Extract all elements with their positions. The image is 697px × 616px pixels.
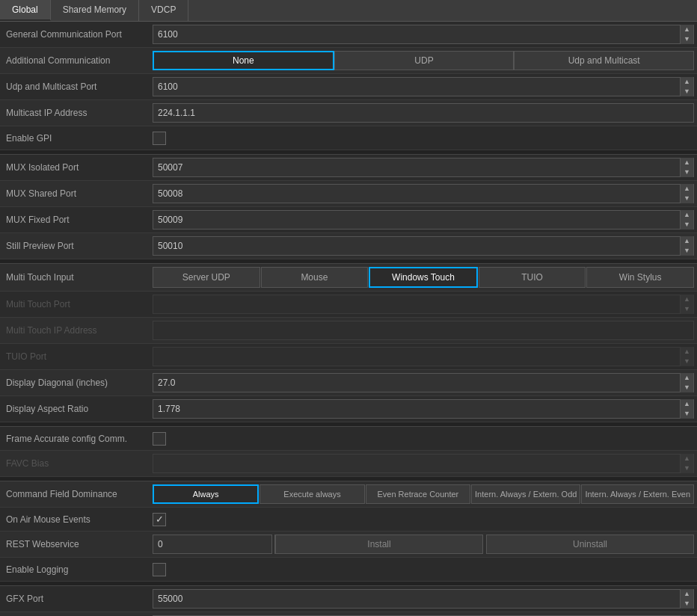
general-comm-port-spinner[interactable]: ▲ ▼ <box>153 25 694 44</box>
mux-fixed-label: MUX Fixed Port <box>0 212 150 228</box>
general-comm-port-row: General Communication Port ▲ ▼ <box>0 22 697 48</box>
additional-comm-btn-group: None UDP Udp and Multicast <box>153 51 694 70</box>
tab-global[interactable]: Global <box>0 0 51 21</box>
mt-windows-touch[interactable]: Windows Touch <box>369 267 478 288</box>
rest-install-button[interactable]: Install <box>275 535 483 554</box>
cmd-intern-extern-odd[interactable]: Intern. Always / Extern. Odd <box>471 484 580 504</box>
mux-isolated-spinner[interactable]: ▲ ▼ <box>153 158 694 177</box>
tab-bar: Global Shared Memory VDCP <box>0 0 697 22</box>
mux-shared-input[interactable] <box>153 187 680 200</box>
enable-logging-label: Enable Logging <box>0 561 150 578</box>
mux-isolated-up[interactable]: ▲ <box>681 158 693 167</box>
tuio-port-spinner-btns: ▲ ▼ <box>680 347 693 366</box>
additional-comm-label: Additional Communication <box>0 52 150 69</box>
multi-touch-port-spinner-btns: ▲ ▼ <box>680 295 693 314</box>
gfx-port-label: GFX Port <box>0 591 150 607</box>
display-diagonal-value: ▲ ▼ <box>150 372 697 394</box>
still-preview-down[interactable]: ▼ <box>681 246 693 256</box>
mux-fixed-spinner[interactable]: ▲ ▼ <box>153 210 694 230</box>
gfx-port-input[interactable] <box>153 592 680 606</box>
display-aspect-down[interactable]: ▼ <box>681 409 693 419</box>
display-diagonal-spinner-btns: ▲ ▼ <box>680 373 693 392</box>
mt-mouse[interactable]: Mouse <box>261 267 369 288</box>
display-diagonal-up[interactable]: ▲ <box>681 373 693 383</box>
mux-fixed-input[interactable] <box>153 213 680 227</box>
mux-shared-row: MUX Shared Port ▲ ▼ <box>0 181 697 207</box>
additional-comm-udp-multicast[interactable]: Udp and Multicast <box>514 51 694 70</box>
mux-fixed-up[interactable]: ▲ <box>681 210 693 220</box>
still-preview-up[interactable]: ▲ <box>681 236 693 246</box>
content-area: General Communication Port ▲ ▼ Additiona… <box>0 22 697 616</box>
display-diagonal-input[interactable] <box>153 376 680 389</box>
general-comm-port-up[interactable]: ▲ <box>681 25 693 34</box>
on-air-mouse-row: On Air Mouse Events <box>0 508 697 532</box>
mt-tuio[interactable]: TUIO <box>479 267 586 288</box>
still-preview-value: ▲ ▼ <box>150 235 697 257</box>
display-aspect-row: Display Aspect Ratio ▲ ▼ <box>0 396 697 422</box>
enable-logging-value <box>150 561 697 578</box>
cmd-intern-extern-even[interactable]: Intern. Always / Extern. Even <box>581 484 694 504</box>
frame-accurate-checkbox[interactable] <box>153 432 166 446</box>
enable-gpi-row: Enable GPI <box>0 126 697 150</box>
mux-fixed-down[interactable]: ▼ <box>681 220 693 230</box>
mux-shared-label: MUX Shared Port <box>0 185 150 202</box>
command-field-label: Command Field Dominance <box>0 486 150 502</box>
gfx-port-up[interactable]: ▲ <box>681 589 693 599</box>
still-preview-spinner[interactable]: ▲ ▼ <box>153 236 694 256</box>
command-field-row: Command Field Dominance Always Execute a… <box>0 481 697 508</box>
still-preview-input[interactable] <box>153 239 680 253</box>
multicast-ip-input[interactable] <box>153 103 694 123</box>
mux-isolated-input[interactable] <box>153 161 680 174</box>
enable-gpi-value <box>150 130 697 147</box>
general-comm-port-input[interactable] <box>153 28 680 41</box>
rest-webservice-spinner[interactable]: ▲ ▼ <box>153 535 272 554</box>
display-aspect-input[interactable] <box>153 402 680 416</box>
tab-shared-memory[interactable]: Shared Memory <box>51 0 139 21</box>
display-diagonal-row: Display Diagonal (inches) ▲ ▼ <box>0 370 697 396</box>
display-diagonal-spinner[interactable]: ▲ ▼ <box>153 373 694 392</box>
tuio-port-input <box>153 350 680 363</box>
mux-shared-spinner[interactable]: ▲ ▼ <box>153 184 694 203</box>
udp-multicast-port-up[interactable]: ▲ <box>681 77 693 87</box>
multi-touch-port-up: ▲ <box>681 295 693 304</box>
on-air-mouse-checkbox[interactable] <box>153 513 166 526</box>
tuio-port-down: ▼ <box>681 357 693 366</box>
tuio-port-row: TUIO Port ▲ ▼ <box>0 344 697 370</box>
udp-multicast-port-input[interactable] <box>153 80 680 93</box>
tuio-port-up: ▲ <box>681 347 693 357</box>
command-field-value: Always Execute always Even Retrace Count… <box>150 483 697 505</box>
mt-server-udp[interactable]: Server UDP <box>153 267 260 288</box>
multi-touch-port-row: Multi Touch Port ▲ ▼ <box>0 292 697 318</box>
enable-gpi-checkbox[interactable] <box>153 132 166 145</box>
frame-accurate-value <box>150 431 697 447</box>
tab-vdcp[interactable]: VDCP <box>139 0 188 21</box>
rest-webservice-input[interactable] <box>153 538 274 551</box>
mux-shared-up[interactable]: ▲ <box>681 184 693 194</box>
display-diagonal-down[interactable]: ▼ <box>681 383 693 392</box>
cmd-always[interactable]: Always <box>153 484 259 504</box>
display-aspect-value: ▲ ▼ <box>150 398 697 420</box>
cmd-even-retrace[interactable]: Even Retrace Counter <box>366 484 470 504</box>
frame-accurate-row: Frame Accurate config Comm. <box>0 427 697 451</box>
display-diagonal-label: Display Diagonal (inches) <box>0 375 150 391</box>
rest-uninstall-button[interactable]: Uninstall <box>486 535 694 554</box>
display-aspect-spinner[interactable]: ▲ ▼ <box>153 399 694 419</box>
cmd-execute-always[interactable]: Execute always <box>260 484 364 504</box>
multi-touch-ip-label: Multi Touch IP Address <box>0 322 150 339</box>
mux-isolated-label: MUX Isolated Port <box>0 159 150 176</box>
mux-isolated-down[interactable]: ▼ <box>681 167 693 177</box>
mt-win-stylus[interactable]: Win Stylus <box>586 267 694 288</box>
additional-comm-udp[interactable]: UDP <box>334 51 515 70</box>
multi-touch-input-value: Server UDP Mouse Windows Touch TUIO Win … <box>150 265 697 289</box>
enable-logging-checkbox[interactable] <box>153 563 166 576</box>
general-comm-port-down[interactable]: ▼ <box>681 34 693 44</box>
udp-multicast-port-spinner[interactable]: ▲ ▼ <box>153 77 694 96</box>
display-aspect-up[interactable]: ▲ <box>681 399 693 409</box>
additional-comm-none[interactable]: None <box>153 51 334 70</box>
multicast-ip-row: Multicast IP Address <box>0 100 697 126</box>
rest-webservice-value: ▲ ▼ Install Uninstall <box>150 533 697 555</box>
gfx-port-spinner[interactable]: ▲ ▼ <box>153 589 694 609</box>
gfx-port-down[interactable]: ▼ <box>681 599 693 609</box>
mux-shared-down[interactable]: ▼ <box>681 194 693 203</box>
udp-multicast-port-down[interactable]: ▼ <box>681 87 693 96</box>
